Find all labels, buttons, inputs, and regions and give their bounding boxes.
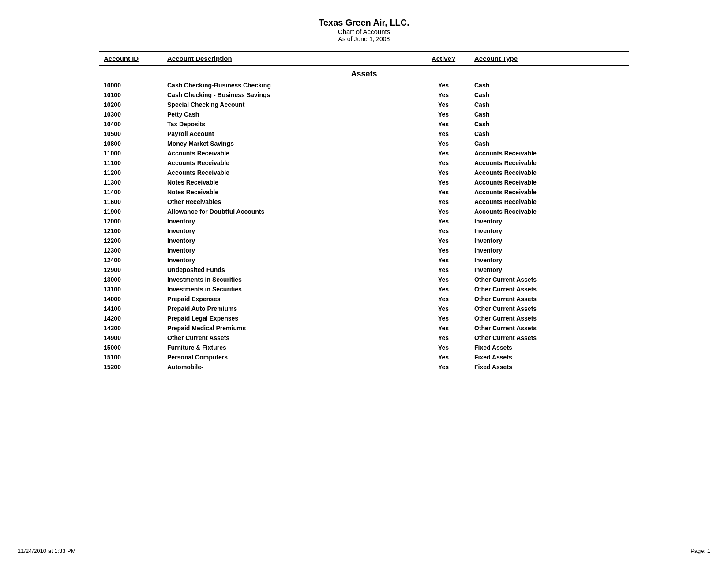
cell-account-type: Accounts Receivable [470,168,629,178]
cell-active: Yes [417,275,470,284]
table-row: 11600Other ReceivablesYesAccounts Receiv… [99,197,629,207]
cell-account-type: Accounts Receivable [470,197,629,207]
cell-active: Yes [417,323,470,333]
cell-account-type: Cash [470,129,629,139]
cell-account-id: 11600 [99,197,163,207]
cell-account-id: 12400 [99,255,163,265]
cell-account-description: Investments in Securities [163,275,417,284]
cell-account-description: Prepaid Auto Premiums [163,304,417,314]
cell-account-id: 10500 [99,129,163,139]
cell-active: Yes [417,207,470,216]
cell-active: Yes [417,246,470,255]
cell-account-id: 10300 [99,110,163,119]
table-row: 12300InventoryYesInventory [99,246,629,255]
cell-account-id: 11300 [99,178,163,187]
table-row: 14000Prepaid ExpensesYesOther Current As… [99,294,629,304]
cell-account-description: Accounts Receivable [163,158,417,168]
company-name: Texas Green Air, LLC. [99,18,629,28]
cell-active: Yes [417,265,470,275]
table-row: 12400InventoryYesInventory [99,255,629,265]
cell-account-description: Prepaid Medical Premiums [163,323,417,333]
col-header-description: Account Description [163,52,417,65]
cell-active: Yes [417,304,470,314]
cell-account-type: Fixed Assets [470,343,629,352]
table-row: 15100Personal ComputersYesFixed Assets [99,352,629,362]
cell-account-type: Other Current Assets [470,275,629,284]
cell-active: Yes [417,158,470,168]
cell-account-description: Investments in Securities [163,284,417,294]
report-header: Texas Green Air, LLC. Chart of Accounts … [99,18,629,42]
footer-timestamp: 11/24/2010 at 1:33 PM [18,548,76,554]
cell-account-description: Undeposited Funds [163,265,417,275]
cell-account-id: 10200 [99,100,163,110]
cell-account-description: Furniture & Fixtures [163,343,417,352]
table-row: 10500Payroll AccountYesCash [99,129,629,139]
cell-account-id: 10000 [99,80,163,90]
cell-active: Yes [417,314,470,323]
table-row: 11900Allowance for Doubtful AccountsYesA… [99,207,629,216]
cell-active: Yes [417,168,470,178]
table-row: 12100InventoryYesInventory [99,226,629,236]
cell-account-id: 12100 [99,226,163,236]
table-row: 10800Money Market SavingsYesCash [99,139,629,148]
cell-account-type: Fixed Assets [470,352,629,362]
cell-account-description: Other Receivables [163,197,417,207]
table-row: 10200Special Checking AccountYesCash [99,100,629,110]
cell-account-id: 11400 [99,187,163,197]
cell-account-type: Inventory [470,236,629,246]
table-row: 12200InventoryYesInventory [99,236,629,246]
cell-account-id: 12200 [99,236,163,246]
table-row: 10300Petty CashYesCash [99,110,629,119]
cell-account-description: Cash Checking - Business Savings [163,90,417,100]
cell-active: Yes [417,236,470,246]
cell-account-id: 14900 [99,333,163,343]
cell-account-id: 12300 [99,246,163,255]
cell-account-type: Cash [470,80,629,90]
table-row: 11400Notes ReceivableYesAccounts Receiva… [99,187,629,197]
cell-account-id: 14300 [99,323,163,333]
table-row: 14100Prepaid Auto PremiumsYesOther Curre… [99,304,629,314]
cell-account-id: 10100 [99,90,163,100]
cell-account-type: Fixed Assets [470,362,629,372]
cell-account-description: Special Checking Account [163,100,417,110]
cell-active: Yes [417,352,470,362]
cell-account-description: Notes Receivable [163,187,417,197]
cell-account-type: Accounts Receivable [470,178,629,187]
cell-account-description: Inventory [163,236,417,246]
cell-account-description: Allowance for Doubtful Accounts [163,207,417,216]
cell-account-type: Other Current Assets [470,294,629,304]
cell-account-type: Inventory [470,246,629,255]
table-row: 14200Prepaid Legal ExpensesYesOther Curr… [99,314,629,323]
cell-account-id: 11100 [99,158,163,168]
cell-active: Yes [417,333,470,343]
cell-account-type: Inventory [470,226,629,236]
table-row: 10400Tax DepositsYesCash [99,119,629,129]
cell-active: Yes [417,216,470,226]
table-row: 14300Prepaid Medical PremiumsYesOther Cu… [99,323,629,333]
cell-account-type: Other Current Assets [470,333,629,343]
table-row: 12900Undeposited FundsYesInventory [99,265,629,275]
cell-account-description: Accounts Receivable [163,168,417,178]
cell-account-description: Prepaid Legal Expenses [163,314,417,323]
cell-account-description: Other Current Assets [163,333,417,343]
cell-account-description: Inventory [163,216,417,226]
cell-active: Yes [417,90,470,100]
cell-active: Yes [417,197,470,207]
cell-account-type: Other Current Assets [470,304,629,314]
table-header-row: Account ID Account Description Active? A… [99,52,629,65]
cell-account-type: Other Current Assets [470,314,629,323]
cell-active: Yes [417,187,470,197]
cell-account-id: 12900 [99,265,163,275]
table-row: 11300Notes ReceivableYesAccounts Receiva… [99,178,629,187]
cell-account-id: 11900 [99,207,163,216]
cell-account-description: Money Market Savings [163,139,417,148]
accounts-table: Account ID Account Description Active? A… [99,51,629,372]
table-row: 13000Investments in SecuritiesYesOther C… [99,275,629,284]
cell-account-description: Accounts Receivable [163,148,417,158]
cell-active: Yes [417,294,470,304]
cell-active: Yes [417,129,470,139]
table-row: 11000Accounts ReceivableYesAccounts Rece… [99,148,629,158]
page-footer: 11/24/2010 at 1:33 PM Page: 1 [18,548,710,554]
cell-account-description: Petty Cash [163,110,417,119]
cell-account-type: Cash [470,110,629,119]
